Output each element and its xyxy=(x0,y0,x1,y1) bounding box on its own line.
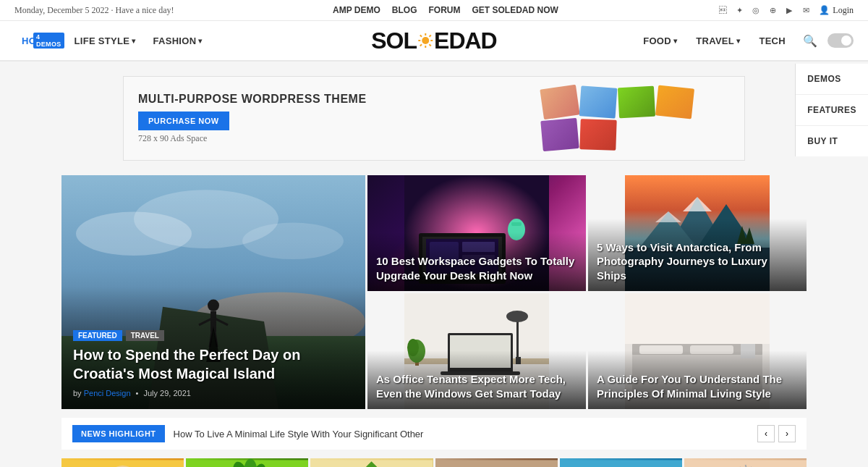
featured-grid: Featured Travel How to Spend the Perfect… xyxy=(61,175,807,409)
svg-point-66 xyxy=(244,459,258,467)
featured-tag[interactable]: Featured xyxy=(73,330,122,341)
article-card-croatia[interactable]: Featured Travel How to Spend the Perfect… xyxy=(61,175,365,409)
svg-point-12 xyxy=(242,223,344,259)
purchase-button[interactable]: PURCHASE NOW xyxy=(138,112,229,130)
thumbnail-1[interactable] xyxy=(61,458,184,467)
news-next-button[interactable]: › xyxy=(778,425,796,442)
croatia-meta: by Penci Design • July 29, 2021 xyxy=(73,389,354,397)
thumbnail-3[interactable] xyxy=(310,458,433,467)
news-text: How To Live A Minimal Life Style With Yo… xyxy=(174,429,749,439)
minimal-title: A Guide For You To Understand The Princi… xyxy=(597,372,798,400)
ad-size: 728 x 90 Ads Space xyxy=(138,133,367,144)
search-icon[interactable]: 🔍 xyxy=(797,28,823,54)
instagram-icon[interactable]: ◎ xyxy=(750,4,762,16)
site-logo[interactable]: SOL EDAD xyxy=(371,28,496,54)
ad-images xyxy=(542,87,730,150)
get-soledad-link[interactable]: GET SOLEDAD NOW xyxy=(472,5,558,15)
nav-food[interactable]: FOOD ▾ xyxy=(636,30,684,52)
ad-image-3 xyxy=(618,86,655,119)
logo-text-edad: EDAD xyxy=(434,28,497,54)
user-icon: 👤 xyxy=(819,5,830,16)
minimal-overlay: A Guide For You To Understand The Princi… xyxy=(588,350,807,409)
croatia-author: Penci Design xyxy=(84,389,131,397)
sidebar-buy-it[interactable]: BUY IT xyxy=(796,126,868,156)
antarctica-overlay: 5 Ways to Visit Antarctica, From Photogr… xyxy=(588,219,807,292)
nav-bar: HOME 4 DEMOS ▾ LIFE STYLE ▾ FASHION ▾ SO… xyxy=(0,21,868,62)
ad-image-5 xyxy=(540,118,579,151)
right-sidebar: DEMOS FEATURES BUY IT xyxy=(795,64,868,156)
nav-tech-label: TECH xyxy=(759,35,786,46)
twitter-icon[interactable]: ✦ xyxy=(733,4,745,16)
svg-rect-73 xyxy=(435,460,558,467)
nav-travel[interactable]: TRAVEL ▾ xyxy=(689,30,747,52)
workspace-overlay: 10 Best Workspace Gadgets To Totally Upg… xyxy=(367,232,586,291)
nav-fashion-label: FASHION xyxy=(153,35,197,46)
news-badge: NEWS HIGHLIGHT xyxy=(72,425,165,442)
top-bar-right:  ✦ ◎ ⊕ ▶ ✉ 👤 Login xyxy=(717,4,854,16)
facebook-icon[interactable]:  xyxy=(717,4,728,16)
article-card-minimal[interactable]: A Guide For You To Understand The Princi… xyxy=(588,293,807,409)
top-bar: Monday, December 5 2022 · Have a nice da… xyxy=(0,0,868,21)
svg-point-0 xyxy=(422,37,429,44)
ad-banner: MULTI-PURPOSE WORDPRESS THEME PURCHASE N… xyxy=(123,76,745,161)
nav-lifestyle-label: LIFE STYLE xyxy=(75,35,130,46)
news-highlight-bar: NEWS HIGHLIGHT How To Live A Minimal Lif… xyxy=(61,418,807,450)
thumbnail-row xyxy=(61,458,807,467)
article-card-workspace[interactable]: 10 Best Workspace Gadgets To Totally Upg… xyxy=(367,175,586,291)
nav-home[interactable]: HOME 4 DEMOS ▾ xyxy=(14,30,64,52)
thumbnail-5[interactable] xyxy=(560,458,682,467)
thumbnail-4[interactable] xyxy=(435,458,558,467)
article-card-antarctica[interactable]: 5 Ways to Visit Antarctica, From Photogr… xyxy=(588,175,807,291)
dark-mode-toggle[interactable] xyxy=(827,33,854,48)
social-icons:  ✦ ◎ ⊕ ▶ ✉ xyxy=(717,4,812,16)
sidebar-features[interactable]: FEATURES xyxy=(796,95,868,126)
logo-sun-icon xyxy=(417,33,433,49)
svg-point-49 xyxy=(506,311,528,322)
nav-lifestyle[interactable]: LIFE STYLE ▾ xyxy=(67,30,143,52)
nav-right: FOOD ▾ TRAVEL ▾ TECH 🔍 xyxy=(434,28,854,54)
office-title: As Office Tenants Expect More Tech, Even… xyxy=(376,372,577,400)
ad-text: MULTI-PURPOSE WORDPRESS THEME PURCHASE N… xyxy=(138,93,367,144)
svg-rect-58 xyxy=(625,293,770,344)
nav-travel-label: TRAVEL xyxy=(696,35,734,46)
blog-link[interactable]: BLOG xyxy=(392,5,417,15)
travel-chevron-icon: ▾ xyxy=(736,37,740,45)
ad-image-4 xyxy=(655,85,694,119)
news-prev-button[interactable]: ‹ xyxy=(757,425,775,442)
amp-demo-link[interactable]: AMP DEMO xyxy=(333,5,380,15)
svg-line-6 xyxy=(429,44,430,46)
ad-image-2 xyxy=(579,85,618,118)
nav-tech[interactable]: TECH xyxy=(752,30,793,52)
svg-line-8 xyxy=(420,44,422,46)
forum-link[interactable]: FORUM xyxy=(428,5,460,15)
office-overlay: As Office Tenants Expect More Tech, Even… xyxy=(367,350,586,409)
thumbnail-2[interactable] xyxy=(186,458,308,467)
pinterest-icon[interactable]: ⊕ xyxy=(767,4,778,16)
croatia-overlay: Featured Travel How to Spend the Perfect… xyxy=(61,287,365,409)
date-text: Monday, December 5 2022 · Have a nice da… xyxy=(14,5,174,16)
ad-image-6 xyxy=(579,119,616,151)
thumbnail-6[interactable] xyxy=(684,458,807,467)
sidebar-demos[interactable]: DEMOS xyxy=(796,64,868,95)
croatia-date: July 29, 2021 xyxy=(144,389,191,397)
workspace-title: 10 Best Workspace Gadgets To Totally Upg… xyxy=(376,254,577,282)
antarctica-title: 5 Ways to Visit Antarctica, From Photogr… xyxy=(597,240,798,283)
svg-rect-77 xyxy=(560,460,682,467)
article-card-office[interactable]: As Office Tenants Expect More Tech, Even… xyxy=(367,293,586,409)
login-button[interactable]: 👤 Login xyxy=(819,5,854,16)
youtube-icon[interactable]: ▶ xyxy=(783,4,795,16)
nav-food-label: FOOD xyxy=(643,35,671,46)
fashion-chevron-icon: ▾ xyxy=(198,37,202,45)
svg-line-7 xyxy=(429,35,430,37)
lifestyle-chevron-icon: ▾ xyxy=(132,37,135,45)
croatia-tags: Featured Travel xyxy=(73,330,354,341)
top-links: AMP DEMO BLOG FORUM GET SOLEDAD NOW xyxy=(333,5,558,15)
ad-image-1 xyxy=(540,85,579,120)
travel-tag[interactable]: Travel xyxy=(126,330,164,341)
email-icon[interactable]: ✉ xyxy=(800,4,812,16)
nav-fashion[interactable]: FASHION ▾ xyxy=(146,30,210,52)
main-content: Featured Travel How to Spend the Perfect… xyxy=(54,175,814,467)
food-chevron-icon: ▾ xyxy=(673,37,677,45)
svg-line-5 xyxy=(420,35,422,37)
ad-theme: MULTI-PURPOSE WORDPRESS THEME xyxy=(138,93,367,106)
